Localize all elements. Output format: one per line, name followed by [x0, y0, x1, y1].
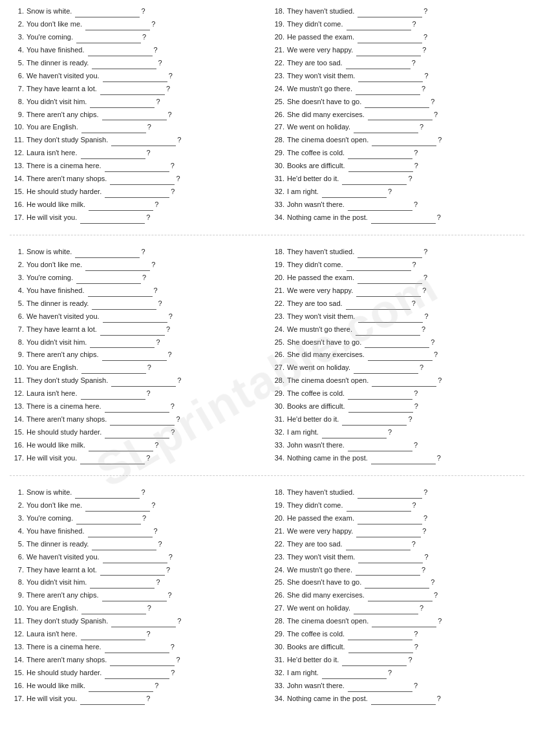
answer-blank[interactable] — [111, 376, 176, 387]
answer-blank[interactable] — [356, 565, 420, 576]
answer-blank[interactable] — [372, 616, 436, 627]
answer-blank[interactable] — [100, 325, 165, 336]
answer-blank[interactable] — [110, 415, 175, 426]
answer-blank[interactable] — [81, 603, 146, 614]
answer-blank[interactable] — [81, 389, 145, 400]
answer-blank[interactable] — [89, 200, 153, 211]
answer-blank[interactable] — [81, 363, 146, 374]
answer-blank[interactable] — [111, 135, 176, 146]
answer-blank[interactable] — [89, 440, 153, 451]
answer-blank[interactable] — [348, 440, 412, 451]
answer-blank[interactable] — [365, 97, 429, 108]
answer-blank[interactable] — [88, 45, 153, 56]
answer-blank[interactable] — [105, 187, 169, 198]
answer-blank[interactable] — [105, 642, 169, 653]
answer-blank[interactable] — [89, 681, 153, 692]
answer-blank[interactable] — [76, 513, 141, 524]
answer-blank[interactable] — [92, 539, 156, 550]
answer-blank[interactable] — [371, 453, 436, 464]
answer-blank[interactable] — [348, 200, 412, 211]
answer-blank[interactable] — [102, 590, 167, 601]
answer-blank[interactable] — [100, 84, 165, 95]
answer-blank[interactable] — [372, 135, 436, 146]
answer-blank[interactable] — [103, 71, 167, 82]
answer-blank[interactable] — [356, 286, 421, 297]
answer-blank[interactable] — [371, 213, 436, 224]
answer-blank[interactable] — [365, 338, 429, 349]
answer-blank[interactable] — [358, 6, 422, 17]
answer-blank[interactable] — [90, 578, 155, 589]
answer-blank[interactable] — [354, 363, 418, 374]
answer-blank[interactable] — [358, 273, 422, 284]
answer-blank[interactable] — [348, 402, 413, 413]
answer-blank[interactable] — [81, 122, 146, 133]
answer-blank[interactable] — [358, 513, 422, 524]
answer-blank[interactable] — [92, 58, 156, 69]
answer-blank[interactable] — [348, 642, 413, 653]
answer-blank[interactable] — [358, 247, 422, 258]
answer-blank[interactable] — [75, 247, 140, 258]
answer-blank[interactable] — [346, 299, 411, 310]
answer-blank[interactable] — [75, 6, 140, 17]
answer-blank[interactable] — [92, 299, 156, 310]
answer-blank[interactable] — [356, 45, 421, 56]
answer-blank[interactable] — [105, 161, 169, 172]
answer-blank[interactable] — [342, 174, 407, 185]
answer-blank[interactable] — [358, 312, 423, 323]
answer-blank[interactable] — [347, 260, 411, 271]
answer-blank[interactable] — [356, 84, 420, 95]
answer-blank[interactable] — [348, 681, 412, 692]
answer-blank[interactable] — [358, 488, 422, 499]
answer-blank[interactable] — [342, 655, 407, 666]
answer-blank[interactable] — [358, 32, 422, 43]
answer-blank[interactable] — [111, 616, 176, 627]
answer-blank[interactable] — [347, 501, 411, 512]
answer-blank[interactable] — [322, 187, 387, 198]
answer-blank[interactable] — [88, 526, 153, 537]
answer-blank[interactable] — [105, 668, 169, 679]
answer-blank[interactable] — [81, 148, 145, 159]
answer-blank[interactable] — [81, 629, 145, 640]
answer-blank[interactable] — [76, 273, 141, 284]
answer-blank[interactable] — [348, 148, 412, 159]
answer-blank[interactable] — [110, 174, 175, 185]
answer-blank[interactable] — [80, 453, 145, 464]
answer-blank[interactable] — [368, 590, 433, 601]
answer-blank[interactable] — [347, 19, 411, 30]
answer-blank[interactable] — [75, 488, 140, 499]
answer-blank[interactable] — [85, 260, 150, 271]
answer-blank[interactable] — [346, 58, 411, 69]
answer-blank[interactable] — [103, 552, 167, 563]
answer-blank[interactable] — [356, 325, 420, 336]
answer-blank[interactable] — [100, 565, 165, 576]
answer-blank[interactable] — [348, 161, 413, 172]
answer-blank[interactable] — [85, 501, 150, 512]
answer-blank[interactable] — [76, 32, 141, 43]
answer-blank[interactable] — [346, 539, 411, 550]
answer-blank[interactable] — [322, 668, 387, 679]
answer-blank[interactable] — [88, 286, 153, 297]
answer-blank[interactable] — [102, 110, 167, 121]
answer-blank[interactable] — [348, 629, 412, 640]
answer-blank[interactable] — [85, 19, 150, 30]
answer-blank[interactable] — [105, 402, 169, 413]
answer-blank[interactable] — [354, 122, 418, 133]
answer-blank[interactable] — [342, 415, 407, 426]
answer-blank[interactable] — [90, 97, 155, 108]
answer-blank[interactable] — [110, 655, 175, 666]
answer-blank[interactable] — [365, 578, 429, 589]
answer-blank[interactable] — [80, 694, 145, 705]
answer-blank[interactable] — [371, 694, 436, 705]
answer-blank[interactable] — [103, 312, 167, 323]
answer-blank[interactable] — [102, 350, 167, 361]
answer-blank[interactable] — [358, 552, 423, 563]
answer-blank[interactable] — [358, 71, 423, 82]
answer-blank[interactable] — [354, 603, 418, 614]
answer-blank[interactable] — [90, 338, 155, 349]
answer-blank[interactable] — [80, 213, 145, 224]
answer-blank[interactable] — [105, 427, 169, 438]
answer-blank[interactable] — [372, 376, 436, 387]
answer-blank[interactable] — [322, 427, 387, 438]
answer-blank[interactable] — [348, 389, 412, 400]
answer-blank[interactable] — [368, 350, 433, 361]
